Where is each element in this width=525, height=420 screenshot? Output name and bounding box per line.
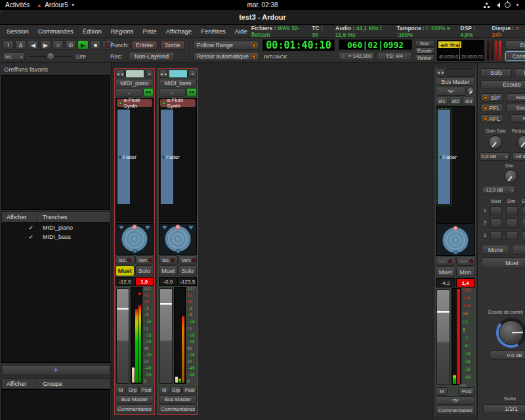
mono-button[interactable]: Mono bbox=[482, 245, 509, 255]
tab-mixer[interactable]: Console d bbox=[505, 51, 525, 61]
window-title-bar[interactable]: test3 - Ardour bbox=[0, 10, 525, 25]
strip-color-bar[interactable] bbox=[446, 68, 475, 77]
solo-lock-button[interactable]: Verr. bbox=[456, 257, 476, 266]
show-column-header[interactable]: Afficher bbox=[2, 212, 37, 222]
solo-lock-button[interactable]: Verr. bbox=[178, 255, 198, 264]
track-row-midi-bass[interactable]: ✓ MIDI_bass bbox=[2, 232, 110, 242]
gain-display[interactable]: -0,0 bbox=[159, 277, 178, 286]
ch2-mute-button[interactable] bbox=[490, 219, 502, 228]
stop-button[interactable]: ■ bbox=[90, 40, 101, 50]
processor-box[interactable]: Fader bbox=[436, 106, 475, 224]
mute-button[interactable]: Muet bbox=[436, 266, 455, 278]
solo-cut-value[interactable]: -inf dB bbox=[512, 152, 525, 161]
solo-button[interactable]: Solo bbox=[135, 265, 154, 276]
strip-close-button[interactable]: × bbox=[188, 70, 197, 78]
fader-handle[interactable] bbox=[117, 308, 129, 310]
punch-indicator-button[interactable]: ! bbox=[3, 40, 14, 50]
menu-fenetres[interactable]: Fenêtres bbox=[197, 26, 230, 36]
processor-led[interactable] bbox=[162, 102, 165, 105]
metering-point-button[interactable]: M bbox=[436, 387, 448, 396]
solo-lock-button[interactable]: Verr. bbox=[135, 255, 154, 264]
processor-led[interactable] bbox=[440, 156, 441, 159]
play-button[interactable]: ▶ bbox=[77, 40, 89, 50]
time-signature-button[interactable]: TS: 4/4 bbox=[377, 52, 412, 60]
secondary-clock[interactable]: 060|02|0992 bbox=[339, 39, 412, 50]
processor-fader[interactable]: Fader bbox=[160, 109, 174, 205]
solo-button[interactable]: Solo bbox=[178, 265, 198, 276]
fader-handle[interactable] bbox=[160, 303, 172, 305]
strip-name-button[interactable]: Bus Master bbox=[436, 77, 475, 86]
solo-isolate-button[interactable]: Iso. bbox=[116, 255, 135, 264]
metering-point-button[interactable]: M bbox=[159, 386, 169, 394]
peak-display[interactable]: 1,4 bbox=[456, 278, 476, 287]
shuttle-handle[interactable] bbox=[47, 52, 54, 60]
monitor-level-knob[interactable] bbox=[499, 320, 524, 345]
auto-play-button[interactable]: ⊙ bbox=[65, 40, 76, 50]
solo-cut-knob[interactable] bbox=[517, 135, 525, 150]
processor-box[interactable]: a-Fluid Synth Fader bbox=[116, 98, 154, 222]
level-meter[interactable] bbox=[174, 287, 186, 384]
shuttle-mode-label[interactable]: Lire bbox=[76, 53, 86, 60]
ch3-solo-button[interactable] bbox=[522, 231, 525, 240]
pfl-button[interactable]: PFL bbox=[480, 104, 503, 112]
dim-all-button[interactable]: D bbox=[512, 245, 525, 255]
midi-input-icon[interactable] bbox=[143, 88, 154, 97]
gain-display[interactable]: -4,2 bbox=[436, 278, 455, 287]
loop-button[interactable]: ○ bbox=[52, 40, 64, 50]
panner[interactable] bbox=[116, 223, 154, 255]
phase-invert-2-button[interactable]: Ø2 bbox=[449, 96, 461, 106]
app-menu[interactable]: ▲ Ardour5 ▼ bbox=[36, 1, 75, 9]
monitor-iso-button[interactable]: Iso bbox=[514, 68, 525, 77]
monitor-button[interactable]: Mon bbox=[456, 266, 476, 278]
solo-exclusive-button[interactable]: Solo excl bbox=[506, 93, 525, 102]
ch2-solo-button[interactable] bbox=[522, 219, 525, 228]
strip-input-button[interactable]: - bbox=[116, 88, 142, 97]
pan-handle-bottom[interactable] bbox=[453, 250, 458, 255]
strip-width-button[interactable]: ◄◄ bbox=[436, 68, 445, 77]
meter-type-label[interactable]: K20 bbox=[459, 383, 466, 387]
sync-source-select[interactable]: Int. bbox=[3, 52, 25, 61]
solo-isolate-button[interactable]: Iso. bbox=[436, 257, 455, 266]
monitor-listen-button[interactable]: Écoute bbox=[480, 80, 525, 89]
favorite-plugins-list[interactable] bbox=[1, 75, 110, 210]
track-row-midi-piano[interactable]: ✓ MIDI_piano bbox=[2, 223, 110, 232]
monitor-solo-button[interactable]: Solo bbox=[480, 68, 512, 77]
processor-fader[interactable]: Fader bbox=[437, 109, 451, 205]
midi-input-icon[interactable] bbox=[186, 88, 197, 97]
tracks-column-header[interactable]: Tranches bbox=[37, 212, 110, 222]
processor-fader[interactable]: Fader bbox=[117, 109, 131, 205]
goto-end-button[interactable]: ▶ bbox=[40, 40, 51, 50]
pan-handle-bottom[interactable] bbox=[133, 249, 137, 253]
solo-isolate-button[interactable]: Iso. bbox=[159, 255, 178, 264]
comments-button[interactable]: Commentaires bbox=[159, 404, 197, 413]
solo-boost-knob[interactable] bbox=[488, 135, 503, 150]
ch1-dim-button[interactable] bbox=[506, 206, 518, 215]
strip-color-bar[interactable] bbox=[125, 70, 144, 78]
processor-a-fluid-synth[interactable]: a-Fluid Synth bbox=[160, 99, 196, 107]
solo-indicator-button[interactable]: Solo bbox=[415, 40, 434, 47]
menu-aide[interactable]: Aide bbox=[231, 26, 251, 36]
punch-in-button[interactable]: Entrée bbox=[131, 41, 158, 50]
gnome-clock[interactable]: mar. 02:38 bbox=[247, 1, 278, 9]
gain-fader[interactable] bbox=[116, 288, 129, 384]
solo-boost-value[interactable]: 0,0 dB bbox=[479, 152, 510, 161]
gain-fader[interactable] bbox=[159, 288, 173, 384]
fader-handle[interactable] bbox=[437, 311, 450, 313]
groups-list[interactable] bbox=[1, 389, 110, 420]
rec-mode-button[interactable]: Non-Layered bbox=[129, 52, 175, 61]
pan-handle-top[interactable] bbox=[132, 224, 137, 230]
strip-color-bar[interactable] bbox=[169, 70, 188, 78]
groups-column-header[interactable]: Groupe bbox=[37, 379, 110, 388]
tab-editor[interactable]: Edit bbox=[505, 40, 525, 50]
mute-button[interactable]: Muet bbox=[116, 265, 135, 276]
gain-display[interactable]: -12,0 bbox=[116, 277, 135, 286]
strip-width-button[interactable]: ◄◄ bbox=[159, 70, 168, 78]
strip-close-button[interactable]: × bbox=[145, 70, 154, 78]
strip-input-button[interactable]: - bbox=[159, 88, 186, 97]
system-tray[interactable]: ▼ bbox=[278, 2, 525, 8]
metronome-button[interactable]: Δ bbox=[15, 40, 26, 50]
mixer-strip-midi-piano[interactable]: ◄◄ × MIDI_piano - a-Fluid Synth Fader Is… bbox=[114, 68, 155, 415]
shuttle-slider[interactable] bbox=[29, 52, 72, 61]
track-visible-checkbox[interactable]: ✓ bbox=[2, 234, 37, 240]
strip-name-button[interactable]: MIDI_bass bbox=[159, 79, 197, 87]
